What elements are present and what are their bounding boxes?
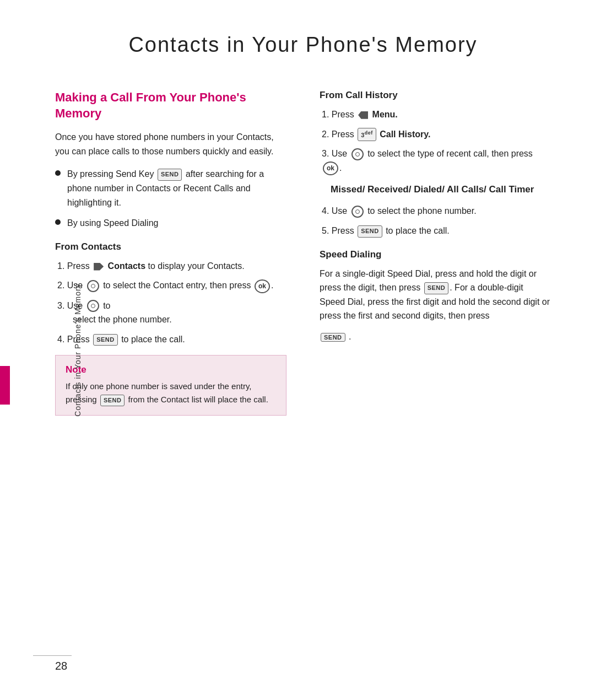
missed-received-block: Missed/ Received/ Dialed/ All Calls/ Cal… xyxy=(331,184,551,195)
page-title: Contacts in Your Phone's Memory xyxy=(55,33,551,62)
right-column: From Call History 1. Press Menu. 2. Pres… xyxy=(320,90,551,424)
speed-dialing-text: For a single-digit Speed Dial, press and… xyxy=(320,267,551,323)
menu-arrow-icon xyxy=(358,111,368,119)
page-divider xyxy=(33,655,72,656)
from-call-history-heading: From Call History xyxy=(320,90,551,101)
bullet-text-2: By using Speed Dialing xyxy=(67,216,158,230)
from-contacts-steps: 1. Press Contacts to display your Contac… xyxy=(55,259,286,347)
two-column-layout: Making a Call From Your Phone's Memory O… xyxy=(55,90,551,424)
call-history-steps-cont: 4. Use to select the phone number. 5. Pr… xyxy=(320,204,551,238)
step-item: 4. Use to select the phone number. xyxy=(320,204,551,218)
from-contacts-section: From Contacts 1. Press Contacts to displ… xyxy=(55,241,286,347)
page-container: Contacts in Your Phone's Memory Contacts… xyxy=(0,0,595,700)
step-item: 1. Press Contacts to display your Contac… xyxy=(55,259,286,273)
call-history-steps: 1. Press Menu. 2. Press 3def Call Histor… xyxy=(320,107,551,175)
three-key: 3def xyxy=(358,128,376,141)
nav-circle xyxy=(87,300,99,312)
ok-btn: ok xyxy=(255,279,270,293)
list-item: By using Speed Dialing xyxy=(55,216,286,230)
step-item: 5. Press SEND to place the call. xyxy=(320,224,551,238)
left-column: Making a Call From Your Phone's Memory O… xyxy=(55,90,286,424)
bullet-dot xyxy=(55,219,61,225)
step-item: 3. Use to select the type of recent call… xyxy=(320,147,551,175)
step-item: 2. Use to select the Contact entry, then… xyxy=(55,278,286,293)
speed-dialing-heading: Speed Dialing xyxy=(320,249,551,260)
contacts-icon xyxy=(94,263,104,271)
send-key-icon: SEND xyxy=(424,282,449,294)
send-key-icon: SEND xyxy=(358,225,382,238)
send-key-icon: SEND xyxy=(321,333,345,342)
from-call-history-section: From Call History 1. Press Menu. 2. Pres… xyxy=(320,90,551,238)
nav-circle xyxy=(351,206,364,218)
ok-btn: ok xyxy=(323,161,338,175)
section-heading: Making a Call From Your Phone's Memory xyxy=(55,90,286,121)
step-item: 3. Use to select the phone number. xyxy=(55,299,286,327)
missed-received-text: Missed/ Received/ Dialed/ All Calls/ Cal… xyxy=(331,184,551,195)
list-item: By pressing Send Key SEND after searchin… xyxy=(55,167,286,209)
note-label: Note xyxy=(66,364,276,375)
sidebar-label: Contacts in Your Phone's Memory xyxy=(73,283,82,416)
nav-circle xyxy=(351,148,364,160)
speed-dialing-send: SEND . xyxy=(320,332,551,342)
bullet-list: By pressing Send Key SEND after searchin… xyxy=(55,167,286,230)
from-contacts-heading: From Contacts xyxy=(55,241,286,252)
bullet-dot xyxy=(55,170,61,176)
nav-circle xyxy=(87,280,99,292)
send-key-icon: SEND xyxy=(158,169,182,181)
bullet-text-1: By pressing Send Key SEND after searchin… xyxy=(67,167,286,209)
send-key-icon: SEND xyxy=(100,395,125,407)
step-item: 2. Press 3def Call History. xyxy=(320,127,551,142)
intro-text: Once you have stored phone numbers in yo… xyxy=(55,130,286,158)
send-key-icon: SEND xyxy=(93,334,118,346)
sidebar-tab xyxy=(0,366,10,405)
step-item: 4. Press SEND to place the call. xyxy=(55,332,286,347)
note-text: If only one phone number is saved under … xyxy=(66,380,276,406)
page-number: 28 xyxy=(55,660,67,672)
speed-dialing-section: Speed Dialing For a single-digit Speed D… xyxy=(320,249,551,342)
step-item: 1. Press Menu. xyxy=(320,107,551,122)
note-box: Note If only one phone number is saved u… xyxy=(55,355,286,416)
